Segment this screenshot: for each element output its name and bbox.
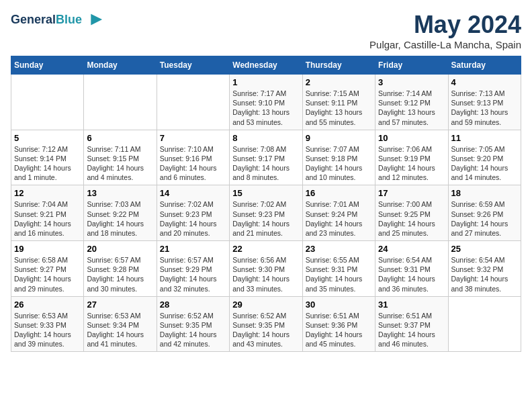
calendar-cell: 13Sunrise: 7:03 AM Sunset: 9:22 PM Dayli…: [84, 185, 157, 241]
day-info: Sunrise: 7:02 AM Sunset: 9:23 PM Dayligh…: [160, 199, 226, 238]
calendar-cell: 27Sunrise: 6:53 AM Sunset: 9:34 PM Dayli…: [84, 296, 157, 352]
calendar-cell: 10Sunrise: 7:06 AM Sunset: 9:19 PM Dayli…: [375, 130, 448, 185]
svg-marker-0: [91, 14, 102, 26]
calendar-cell: [448, 296, 521, 352]
day-info: Sunrise: 6:56 AM Sunset: 9:30 PM Dayligh…: [232, 255, 299, 293]
calendar-cell: [157, 75, 229, 130]
day-header-tuesday: Tuesday: [157, 56, 229, 75]
day-number: 11: [451, 133, 518, 143]
day-number: 5: [14, 133, 81, 143]
calendar-cell: 2Sunrise: 7:15 AM Sunset: 9:11 PM Daylig…: [302, 75, 375, 130]
day-header-sunday: Sunday: [11, 56, 84, 75]
calendar-cell: 6Sunrise: 7:11 AM Sunset: 9:15 PM Daylig…: [84, 130, 157, 185]
calendar-header-row: SundayMondayTuesdayWednesdayThursdayFrid…: [11, 56, 521, 75]
day-info: Sunrise: 6:51 AM Sunset: 9:37 PM Dayligh…: [378, 311, 445, 349]
day-info: Sunrise: 7:07 AM Sunset: 9:18 PM Dayligh…: [306, 144, 372, 183]
day-number: 3: [378, 77, 445, 87]
calendar-cell: 28Sunrise: 6:52 AM Sunset: 9:35 PM Dayli…: [157, 296, 229, 352]
day-info: Sunrise: 7:05 AM Sunset: 9:20 PM Dayligh…: [451, 144, 518, 183]
day-info: Sunrise: 6:54 AM Sunset: 9:31 PM Dayligh…: [378, 255, 445, 293]
day-info: Sunrise: 6:57 AM Sunset: 9:29 PM Dayligh…: [160, 255, 226, 293]
day-info: Sunrise: 6:58 AM Sunset: 9:27 PM Dayligh…: [14, 255, 81, 293]
calendar-week-5: 26Sunrise: 6:53 AM Sunset: 9:33 PM Dayli…: [11, 296, 521, 352]
day-header-saturday: Saturday: [448, 56, 521, 75]
day-number: 28: [160, 300, 226, 310]
logo: GeneralBlue: [11, 11, 103, 30]
calendar-cell: 31Sunrise: 6:51 AM Sunset: 9:37 PM Dayli…: [375, 296, 448, 352]
calendar-cell: 1Sunrise: 7:17 AM Sunset: 9:10 PM Daylig…: [230, 75, 302, 130]
calendar-cell: 23Sunrise: 6:55 AM Sunset: 9:31 PM Dayli…: [302, 241, 375, 297]
day-info: Sunrise: 6:54 AM Sunset: 9:32 PM Dayligh…: [451, 255, 518, 293]
calendar-cell: 8Sunrise: 7:08 AM Sunset: 9:17 PM Daylig…: [230, 130, 302, 185]
day-info: Sunrise: 7:00 AM Sunset: 9:25 PM Dayligh…: [378, 199, 445, 238]
calendar-cell: 21Sunrise: 6:57 AM Sunset: 9:29 PM Dayli…: [157, 241, 229, 297]
calendar-cell: 3Sunrise: 7:14 AM Sunset: 9:12 PM Daylig…: [375, 75, 448, 130]
day-info: Sunrise: 6:51 AM Sunset: 9:36 PM Dayligh…: [306, 311, 372, 349]
day-number: 7: [160, 133, 226, 143]
day-number: 30: [306, 300, 372, 310]
calendar-cell: 7Sunrise: 7:10 AM Sunset: 9:16 PM Daylig…: [157, 130, 229, 185]
day-header-wednesday: Wednesday: [230, 56, 302, 75]
day-number: 22: [232, 244, 299, 254]
day-number: 26: [14, 300, 81, 310]
day-number: 24: [378, 244, 445, 254]
day-info: Sunrise: 7:02 AM Sunset: 9:23 PM Dayligh…: [232, 199, 299, 238]
day-info: Sunrise: 6:52 AM Sunset: 9:35 PM Dayligh…: [160, 311, 226, 349]
title-block: May 2024 Pulgar, Castille-La Mancha, Spa…: [369, 11, 521, 50]
calendar-cell: [11, 75, 84, 130]
calendar-table: SundayMondayTuesdayWednesdayThursdayFrid…: [11, 56, 521, 352]
calendar-cell: 5Sunrise: 7:12 AM Sunset: 9:14 PM Daylig…: [11, 130, 84, 185]
day-number: 13: [87, 188, 153, 198]
day-number: 6: [87, 133, 153, 143]
day-info: Sunrise: 7:12 AM Sunset: 9:14 PM Dayligh…: [14, 144, 81, 183]
day-info: Sunrise: 6:53 AM Sunset: 9:34 PM Dayligh…: [87, 311, 153, 349]
day-number: 16: [306, 188, 372, 198]
day-info: Sunrise: 7:11 AM Sunset: 9:15 PM Dayligh…: [87, 144, 153, 183]
day-number: 19: [14, 244, 81, 254]
calendar-cell: 12Sunrise: 7:04 AM Sunset: 9:21 PM Dayli…: [11, 185, 84, 241]
day-number: 20: [87, 244, 153, 254]
calendar-cell: 29Sunrise: 6:52 AM Sunset: 9:35 PM Dayli…: [230, 296, 302, 352]
calendar-cell: 30Sunrise: 6:51 AM Sunset: 9:36 PM Dayli…: [302, 296, 375, 352]
day-header-friday: Friday: [375, 56, 448, 75]
calendar-cell: 22Sunrise: 6:56 AM Sunset: 9:30 PM Dayli…: [230, 241, 302, 297]
day-info: Sunrise: 7:04 AM Sunset: 9:21 PM Dayligh…: [14, 199, 81, 238]
day-info: Sunrise: 6:52 AM Sunset: 9:35 PM Dayligh…: [232, 311, 299, 349]
day-info: Sunrise: 6:53 AM Sunset: 9:33 PM Dayligh…: [14, 311, 81, 349]
day-number: 10: [378, 133, 445, 143]
day-number: 12: [14, 188, 81, 198]
calendar-week-3: 12Sunrise: 7:04 AM Sunset: 9:21 PM Dayli…: [11, 185, 521, 241]
day-info: Sunrise: 7:08 AM Sunset: 9:17 PM Dayligh…: [232, 144, 299, 183]
calendar-cell: 17Sunrise: 7:00 AM Sunset: 9:25 PM Dayli…: [375, 185, 448, 241]
day-info: Sunrise: 6:59 AM Sunset: 9:26 PM Dayligh…: [451, 199, 518, 238]
day-number: 15: [232, 188, 299, 198]
day-number: 23: [306, 244, 372, 254]
day-number: 2: [306, 77, 372, 87]
calendar-cell: 26Sunrise: 6:53 AM Sunset: 9:33 PM Dayli…: [11, 296, 84, 352]
day-number: 9: [306, 133, 372, 143]
month-title: May 2024: [369, 11, 521, 39]
calendar-cell: 19Sunrise: 6:58 AM Sunset: 9:27 PM Dayli…: [11, 241, 84, 297]
calendar-cell: 25Sunrise: 6:54 AM Sunset: 9:32 PM Dayli…: [448, 241, 521, 297]
day-info: Sunrise: 7:03 AM Sunset: 9:22 PM Dayligh…: [87, 199, 153, 238]
day-info: Sunrise: 7:17 AM Sunset: 9:10 PM Dayligh…: [232, 89, 299, 127]
day-number: 4: [451, 77, 518, 87]
day-number: 14: [160, 188, 226, 198]
calendar-cell: 4Sunrise: 7:13 AM Sunset: 9:13 PM Daylig…: [448, 75, 521, 130]
calendar-cell: 14Sunrise: 7:02 AM Sunset: 9:23 PM Dayli…: [157, 185, 229, 241]
day-number: 18: [451, 188, 518, 198]
calendar-cell: 18Sunrise: 6:59 AM Sunset: 9:26 PM Dayli…: [448, 185, 521, 241]
day-info: Sunrise: 7:13 AM Sunset: 9:13 PM Dayligh…: [451, 89, 518, 127]
logo-icon: [85, 11, 103, 30]
day-info: Sunrise: 7:15 AM Sunset: 9:11 PM Dayligh…: [306, 89, 372, 127]
day-info: Sunrise: 6:57 AM Sunset: 9:28 PM Dayligh…: [87, 255, 153, 293]
calendar-cell: 11Sunrise: 7:05 AM Sunset: 9:20 PM Dayli…: [448, 130, 521, 185]
calendar-cell: 16Sunrise: 7:01 AM Sunset: 9:24 PM Dayli…: [302, 185, 375, 241]
day-number: 8: [232, 133, 299, 143]
day-info: Sunrise: 6:55 AM Sunset: 9:31 PM Dayligh…: [306, 255, 372, 293]
calendar-cell: 15Sunrise: 7:02 AM Sunset: 9:23 PM Dayli…: [230, 185, 302, 241]
day-number: 1: [232, 77, 299, 87]
day-info: Sunrise: 7:06 AM Sunset: 9:19 PM Dayligh…: [378, 144, 445, 183]
day-info: Sunrise: 7:10 AM Sunset: 9:16 PM Dayligh…: [160, 144, 226, 183]
calendar-cell: 24Sunrise: 6:54 AM Sunset: 9:31 PM Dayli…: [375, 241, 448, 297]
